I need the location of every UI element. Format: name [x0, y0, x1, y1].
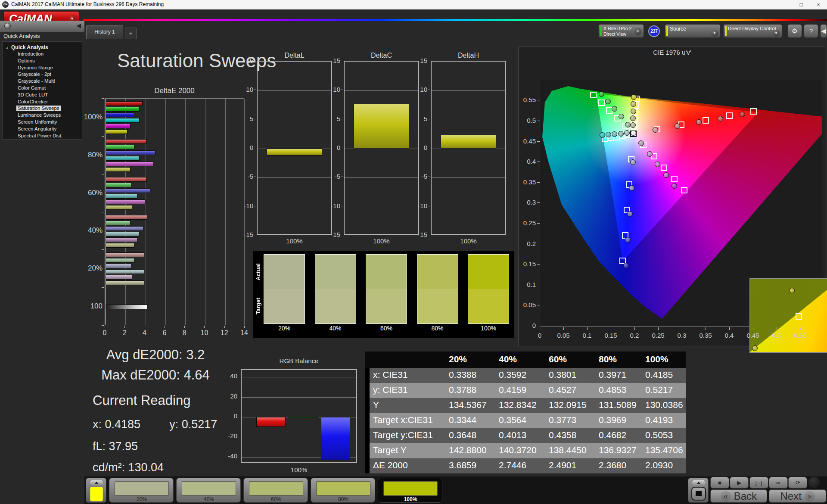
play-button[interactable]: ▶ [730, 477, 749, 488]
sidebar-item-grayscale-multi[interactable]: Grayscale - Multi [5, 78, 82, 85]
patch-tile-80%[interactable]: 80% [311, 478, 375, 503]
sidebar-item-options[interactable]: Options [5, 58, 82, 65]
stop-tile[interactable] [688, 478, 709, 503]
y-tick-label: 10 [235, 86, 253, 93]
cie-measured-circle-magenta [655, 162, 660, 167]
deltae2000-plot [105, 98, 244, 325]
sidebar-item-3d-cube-lut[interactable]: 3D Cube LUT [5, 92, 82, 99]
y-tick [254, 206, 256, 206]
table-cell: 2.0930 [645, 460, 673, 470]
refresh-button[interactable]: ⟳ [788, 477, 807, 488]
back-button[interactable]: « Back [710, 489, 767, 503]
stop-measure-button[interactable] [691, 487, 706, 501]
expand-up-icon[interactable] [692, 480, 705, 485]
table-row: Target y:CIE310.36480.40130.43580.46820.… [365, 428, 686, 443]
table-row-label: Target y:CIE31 [373, 430, 433, 440]
group-label: 100% [82, 113, 103, 121]
deltae-bar-80% [106, 150, 155, 155]
radio-icon[interactable] [4, 23, 11, 29]
cie-measured-circle-cyan [624, 130, 630, 136]
sidebar-title: Quick Analysis [3, 33, 40, 39]
y-tick [341, 148, 343, 148]
stop-button[interactable]: ■ [710, 477, 729, 488]
meter-dropdown[interactable]: X-Rite i1Pro 2 Direct View ▼ [598, 24, 644, 38]
rgb-balance-chart: RGB Balance 40200-20-40100% [218, 356, 365, 473]
tree-root-quick-analysis[interactable]: Quick Analysis [5, 44, 82, 51]
help-button[interactable]: ? [804, 24, 818, 38]
x-tick-label: 0.1 [578, 332, 597, 339]
patch-tile-60%[interactable]: 60% [243, 478, 308, 503]
range-button[interactable]: [··] [749, 477, 768, 488]
sidebar-collapse-icon[interactable]: ◀ [76, 22, 81, 29]
gridline [258, 120, 331, 120]
y-tick [102, 212, 104, 212]
mini-chart-plot [344, 61, 419, 235]
cie-measured-circle-cyan [618, 131, 624, 137]
y-tick-label: 0.1 [519, 281, 536, 288]
tab-history-1[interactable]: History 1 [86, 25, 123, 39]
swatch-target [417, 289, 458, 324]
panel-collapse-button[interactable]: ◀ [820, 24, 827, 38]
sidebar-item-luminance-sweeps[interactable]: Luminance Sweeps [5, 112, 82, 119]
cie-measured-circle-green [599, 91, 604, 97]
current-patch-tile[interactable] [86, 478, 106, 503]
cie-measured-circle-magenta [663, 172, 669, 178]
patch-tile-100%[interactable]: 100% [378, 478, 442, 503]
add-tab-button[interactable]: + [125, 28, 137, 39]
deltae-bar-20% [106, 252, 144, 257]
x-tick-label: 10 [196, 329, 213, 337]
table-cell: 132.0915 [549, 400, 587, 410]
deltae-bar-40% [106, 221, 131, 225]
table-row-strip [365, 383, 370, 398]
deltae-bar-40% [106, 215, 147, 220]
table-cell: 2.3680 [599, 460, 626, 470]
gridline [258, 177, 331, 178]
sidebar-item-dynamic-range[interactable]: Dynamic Range [5, 65, 82, 72]
table-cell: 0.3788 [449, 385, 476, 395]
table-col-header: 80% [599, 354, 617, 364]
display-control-dropdown[interactable]: Direct Display Control ▼ [723, 24, 782, 38]
y-tick [537, 182, 540, 183]
next-button[interactable]: Next » [769, 489, 826, 503]
sidebar-item-screen-uniformity[interactable]: Screen Uniformity [5, 119, 82, 126]
table-cell: 0.3801 [549, 370, 576, 380]
sidebar-item-grayscale-2pt[interactable]: Grayscale - 2pt [5, 71, 82, 78]
y-tick-label: 0.5 [519, 117, 536, 124]
sidebar-item-spectral-power-dist-[interactable]: Spectral Power Dist. [5, 133, 82, 140]
y-tick [254, 177, 256, 177]
gridline [432, 90, 505, 91]
expand-up-icon[interactable] [90, 480, 103, 485]
y-tick-label: -10 [235, 202, 253, 209]
patch-tile-40%[interactable]: 40% [176, 478, 241, 503]
cie-measured-circle-red [696, 119, 702, 125]
group-label: 60% [82, 189, 103, 197]
swatch-actual [417, 255, 458, 289]
table-cell: 138.4450 [549, 445, 587, 455]
table-row: Y134.5367132.8342132.0915131.5089130.038… [365, 398, 686, 413]
source-dropdown[interactable]: Source ▼ [665, 24, 721, 38]
infinity-button[interactable]: ∞ [769, 477, 788, 488]
table-cell: 130.0386 [645, 400, 683, 410]
y-tick [102, 98, 104, 99]
patch-tile-20%[interactable]: 20% [109, 478, 174, 503]
y-tick-label: -10 [409, 202, 427, 209]
close-button[interactable]: × [810, 0, 827, 9]
swatch-target [315, 289, 356, 324]
sidebar-item-screen-angularity[interactable]: Screen Angularity [5, 126, 82, 133]
minimize-button[interactable]: – [775, 0, 793, 9]
table-cell: 0.4527 [549, 385, 576, 395]
x-tick [777, 327, 777, 330]
y-tick [341, 90, 343, 90]
sidebar-item-introduction[interactable]: Introduction [5, 51, 82, 58]
table-row-label: Y [373, 400, 379, 410]
origin-label: 0 [528, 322, 536, 329]
sidebar-item-colorchecker[interactable]: ColorChecker [5, 99, 82, 106]
sidebar-item-color-gamut[interactable]: Color Gamut [5, 85, 82, 92]
sidebar-item-saturation-sweeps[interactable]: Saturation Sweeps [5, 105, 82, 112]
maximize-button[interactable]: □ [793, 0, 810, 9]
x-tick [165, 326, 165, 328]
gridline [258, 207, 331, 207]
settings-button[interactable]: ⚙ [787, 24, 802, 38]
chevron-down-icon: ▼ [711, 30, 718, 37]
measurement-count-badge[interactable]: 237 [648, 25, 660, 37]
